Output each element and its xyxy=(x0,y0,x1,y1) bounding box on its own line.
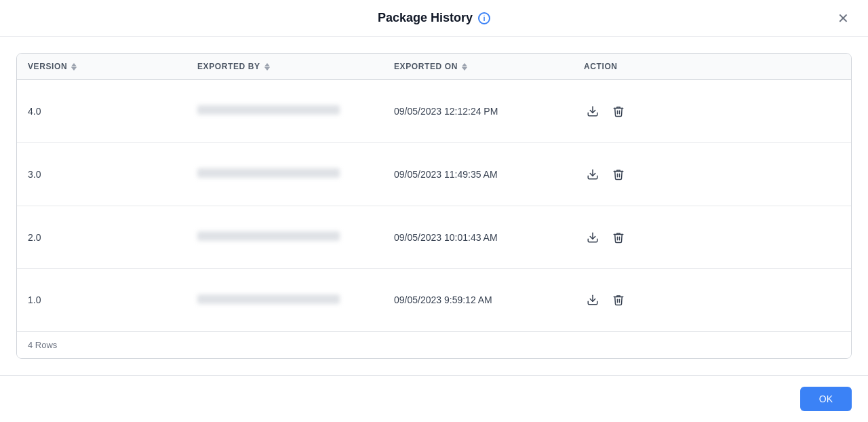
package-history-table: VERSION EXPORTED BY xyxy=(17,54,851,331)
download-button-1[interactable] xyxy=(584,291,601,309)
dialog-body: VERSION EXPORTED BY xyxy=(0,37,868,375)
header-row: VERSION EXPORTED BY xyxy=(17,54,851,80)
dialog-footer: OK xyxy=(0,375,868,422)
column-version[interactable]: VERSION xyxy=(17,54,186,80)
package-history-dialog: Package History i ✕ VERSION xyxy=(0,0,868,422)
cell-exported-by-3 xyxy=(186,142,383,206)
cell-exported-on-1: 09/05/2023 9:59:12 AM xyxy=(383,269,573,331)
trash-icon xyxy=(612,105,625,117)
cell-version-1: 1.0 xyxy=(17,269,186,331)
cell-exported-on-3: 09/05/2023 11:49:35 AM xyxy=(383,142,573,206)
table-row: 1.0 09/05/2023 9:59:12 AM xyxy=(17,269,851,331)
title-text: Package History xyxy=(378,11,473,25)
cell-version-2: 2.0 xyxy=(17,206,186,269)
download-icon xyxy=(587,168,599,180)
cell-exported-by-2 xyxy=(186,206,383,269)
cell-action-3 xyxy=(573,142,851,206)
download-button-2[interactable] xyxy=(584,229,601,246)
sort-icon-version xyxy=(71,63,77,71)
download-button-4[interactable] xyxy=(584,102,601,120)
delete-button-2[interactable] xyxy=(610,229,627,246)
trash-icon xyxy=(612,294,625,306)
dialog-title: Package History i xyxy=(378,11,490,25)
cell-exported-by-4 xyxy=(186,80,383,143)
close-button[interactable]: ✕ xyxy=(835,9,852,28)
trash-icon xyxy=(612,168,625,180)
table-row: 3.0 09/05/2023 11:49:35 AM xyxy=(17,142,851,206)
cell-action-2 xyxy=(573,206,851,269)
table-row: 4.0 09/05/2023 12:12:24 PM xyxy=(17,80,851,143)
dialog-header: Package History i ✕ xyxy=(0,0,868,37)
cell-version-4: 4.0 xyxy=(17,80,186,143)
cell-exported-on-2: 09/05/2023 10:01:43 AM xyxy=(383,206,573,269)
cell-action-1 xyxy=(573,269,851,331)
cell-exported-on-4: 09/05/2023 12:12:24 PM xyxy=(383,80,573,143)
cell-version-3: 3.0 xyxy=(17,142,186,206)
sort-icon-exported-by xyxy=(264,63,270,71)
download-icon xyxy=(587,294,599,306)
table-header: VERSION EXPORTED BY xyxy=(17,54,851,80)
ok-button[interactable]: OK xyxy=(800,387,852,411)
cell-exported-by-1 xyxy=(186,269,383,331)
download-icon xyxy=(587,105,599,117)
sort-icon-exported-on xyxy=(462,63,467,71)
cell-action-4 xyxy=(573,80,851,143)
delete-button-1[interactable] xyxy=(610,291,627,309)
download-button-3[interactable] xyxy=(584,166,601,183)
trash-icon xyxy=(612,231,625,244)
column-exported-by[interactable]: EXPORTED BY xyxy=(186,54,383,80)
info-icon[interactable]: i xyxy=(478,12,490,24)
table-container: VERSION EXPORTED BY xyxy=(16,53,852,359)
table-row-count: 4 Rows xyxy=(17,331,851,358)
delete-button-3[interactable] xyxy=(610,166,627,183)
download-icon xyxy=(587,231,599,244)
table-row: 2.0 09/05/2023 10:01:43 AM xyxy=(17,206,851,269)
delete-button-4[interactable] xyxy=(610,102,627,120)
table-body: 4.0 09/05/2023 12:12:24 PM xyxy=(17,80,851,332)
column-action: ACTION xyxy=(573,54,851,80)
column-exported-on[interactable]: EXPORTED ON xyxy=(383,54,573,80)
